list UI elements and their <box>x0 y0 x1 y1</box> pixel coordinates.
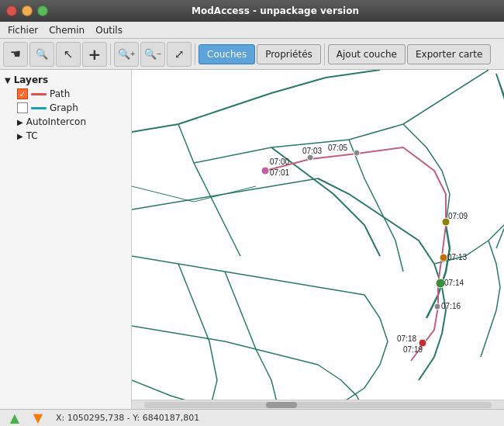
graph-label: Graph <box>50 102 78 113</box>
autointercon-label: AutoIntercon <box>26 116 86 127</box>
path-line-icon <box>31 93 47 95</box>
graph-checkbox[interactable] <box>17 102 28 113</box>
couches-button[interactable]: Couches <box>198 44 255 64</box>
tc-arrow: ▶ <box>17 132 23 140</box>
zoom-extent-tool[interactable]: ⤢ <box>167 42 192 67</box>
pan-tool[interactable]: ☚ <box>3 42 28 67</box>
svg-text:07:19: 07:19 <box>403 345 423 354</box>
autointercon-arrow: ▶ <box>17 118 23 126</box>
add-tool[interactable]: + <box>82 42 107 67</box>
proprietes-button[interactable]: Propriétés <box>257 44 321 64</box>
scroll-thumb[interactable] <box>266 402 297 408</box>
tc-label: TC <box>26 130 38 141</box>
svg-text:07:16: 07:16 <box>441 302 461 310</box>
svg-text:07:13: 07:13 <box>447 253 467 261</box>
minimize-button[interactable] <box>22 5 33 16</box>
svg-point-4 <box>307 154 313 161</box>
toolbar-separator <box>110 43 111 65</box>
svg-text:07:03: 07:03 <box>302 147 322 155</box>
layers-label: Layers <box>14 74 48 85</box>
svg-point-1 <box>261 167 269 175</box>
statusbar: ▲ ▼ X: 1050295,738 - Y: 6840187,801 <box>0 409 504 426</box>
zoom-out-tool[interactable]: 🔍− <box>140 42 165 67</box>
menu-chemin[interactable]: Chemin <box>44 23 89 37</box>
svg-text:07:14: 07:14 <box>444 279 464 287</box>
exporter-carte-button[interactable]: Exporter carte <box>407 44 491 64</box>
move-up-button[interactable]: ▲ <box>6 410 23 427</box>
svg-point-14 <box>434 303 440 310</box>
svg-text:07:18: 07:18 <box>397 334 416 343</box>
layers-arrow: ▼ <box>5 76 11 85</box>
toolbar: ☚ 🔍 ↖ + 🔍+ 🔍− ⤢ Couches Propriétés Ajout… <box>0 39 504 70</box>
layer-item-autointercon[interactable]: ▶ AutoIntercon <box>5 115 126 129</box>
menu-outils[interactable]: Outils <box>91 23 127 37</box>
svg-point-6 <box>354 150 360 156</box>
svg-text:07:05: 07:05 <box>328 144 347 152</box>
zoom-in-tool[interactable]: 🔍+ <box>114 42 139 67</box>
svg-text:07:00: 07:00 <box>270 158 289 166</box>
layer-item-graph[interactable]: Graph <box>5 101 126 115</box>
svg-point-10 <box>440 254 447 261</box>
path-label: Path <box>50 88 70 99</box>
menubar: Fichier Chemin Outils <box>0 22 504 39</box>
sidebar: ▼ Layers ✓ Path Graph ▶ AutoIntercon <box>0 70 132 409</box>
maximize-button[interactable] <box>37 5 48 16</box>
select-tool[interactable]: ↖ <box>56 42 81 67</box>
path-checkbox[interactable]: ✓ <box>17 88 28 99</box>
layers-header[interactable]: ▼ Layers <box>5 73 126 87</box>
coordinates-display: X: 1050295,738 - Y: 6840187,801 <box>56 413 199 423</box>
window-title: ModAccess - unpackage version <box>53 5 498 16</box>
zoom-rect-tool[interactable]: 🔍 <box>29 42 54 67</box>
layers-section: ▼ Layers ✓ Path Graph ▶ AutoIntercon <box>0 70 131 146</box>
close-button[interactable] <box>6 5 17 16</box>
svg-text:07:09: 07:09 <box>448 212 468 220</box>
map-canvas: 07:00 07:01 07:03 07:05 07:09 07:13 07:1… <box>132 70 504 409</box>
menu-fichier[interactable]: Fichier <box>3 23 43 37</box>
toolbar-separator-3 <box>324 43 325 65</box>
move-down-button[interactable]: ▼ <box>29 410 47 427</box>
horizontal-scrollbar[interactable] <box>132 400 504 409</box>
graph-line-icon <box>31 107 47 109</box>
titlebar: ModAccess - unpackage version <box>0 0 504 22</box>
map-area[interactable]: 07:00 07:01 07:03 07:05 07:09 07:13 07:1… <box>132 70 504 409</box>
main-content: ▼ Layers ✓ Path Graph ▶ AutoIntercon <box>0 70 504 409</box>
layer-item-tc[interactable]: ▶ TC <box>5 129 126 143</box>
svg-text:07:01: 07:01 <box>270 168 289 177</box>
layer-item-path[interactable]: ✓ Path <box>5 87 126 101</box>
toolbar-separator-2 <box>195 43 195 65</box>
ajout-couche-button[interactable]: Ajout couche <box>328 44 406 64</box>
